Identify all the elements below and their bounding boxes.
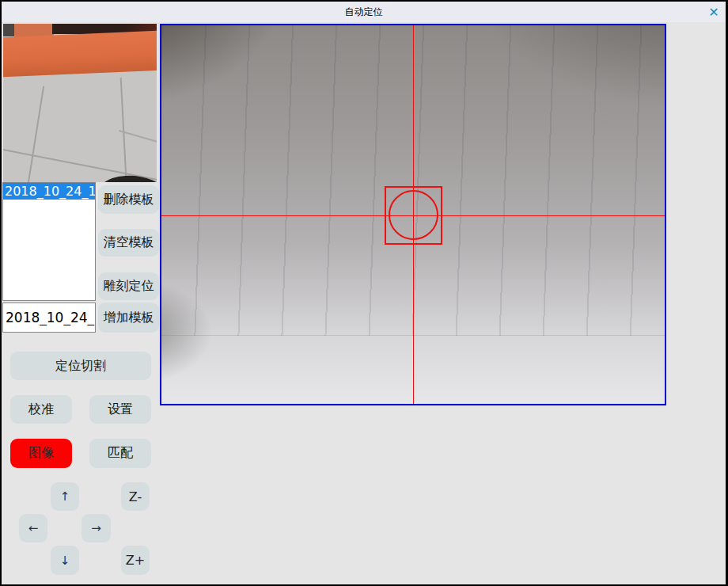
jog-left-button[interactable]: ← [19, 514, 47, 542]
template-list-item[interactable]: 2018_10_24_11 [3, 183, 95, 200]
engrave-position-button[interactable]: 雕刻定位 [98, 272, 159, 300]
z-minus-button[interactable]: Z- [121, 482, 150, 511]
template-list[interactable]: 2018_10_24_11 [2, 182, 96, 301]
position-cut-button[interactable]: 定位切割 [10, 352, 151, 380]
arrow-down-icon: ↓ [60, 554, 70, 568]
jog-right-button[interactable]: → [82, 514, 111, 542]
window: 自动定位 ✕ 2018_10_24_11 删除模板 清空模板 雕刻定位 增加模板… [2, 2, 726, 584]
jog-down-button[interactable]: ↓ [51, 546, 79, 575]
jog-up-button[interactable]: ↑ [51, 482, 79, 511]
thumbnail-orange-beam [3, 30, 157, 77]
window-title: 自动定位 [2, 2, 726, 22]
arrow-left-icon: ← [28, 521, 39, 535]
z-plus-button[interactable]: Z+ [121, 546, 150, 575]
settings-button[interactable]: 设置 [89, 395, 151, 424]
arrow-right-icon: → [91, 521, 101, 535]
camera-view[interactable] [160, 24, 666, 405]
match-button[interactable]: 匹配 [89, 439, 151, 468]
calibrate-button[interactable]: 校准 [10, 395, 72, 424]
image-button[interactable]: 图像 [10, 439, 72, 468]
close-icon: ✕ [708, 5, 719, 20]
template-name-input[interactable] [2, 303, 96, 333]
add-template-button[interactable]: 增加模板 [98, 303, 159, 333]
thumbnail-tile-line [27, 86, 44, 182]
match-region-circle [389, 190, 438, 240]
clear-templates-button[interactable]: 清空模板 [98, 229, 159, 257]
delete-template-button[interactable]: 删除模板 [98, 185, 159, 214]
title-bar: 自动定位 ✕ [2, 2, 726, 22]
template-thumbnail [3, 24, 157, 182]
arrow-up-icon: ↑ [60, 489, 70, 504]
close-button[interactable]: ✕ [705, 4, 722, 21]
